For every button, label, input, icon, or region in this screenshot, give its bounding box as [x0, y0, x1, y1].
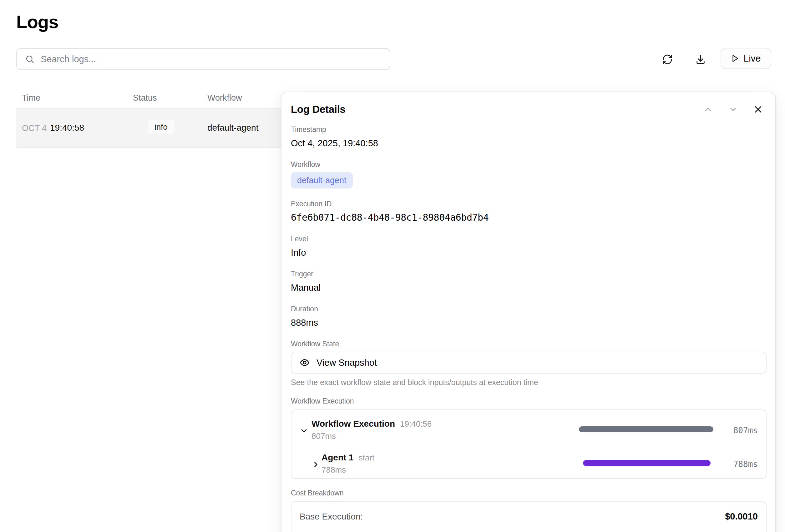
cost-row-label: Base Execution:: [300, 512, 363, 522]
execution-row-name: Workflow Execution: [311, 419, 395, 429]
duration-value: 888ms: [291, 317, 766, 328]
execution-id-label: Execution ID: [291, 199, 766, 209]
timestamp-field: Timestamp Oct 4, 2025, 19:40:58: [291, 125, 766, 149]
timestamp-value: Oct 4, 2025, 19:40:58: [291, 137, 766, 149]
execution-row-time: 19:40:56: [400, 419, 432, 429]
cost-breakdown-section: Cost Breakdown Base Execution: $0.0010 M…: [291, 488, 766, 532]
execution-row-text: Agent 1 start 788ms: [322, 453, 374, 475]
search-box: [16, 48, 390, 70]
eye-icon: [300, 357, 310, 368]
cost-row: Base Execution: $0.0010: [300, 511, 758, 522]
column-header-workflow: Workflow: [207, 93, 242, 103]
duration-label: Duration: [291, 304, 766, 314]
cost-row-value: $0.0010: [725, 511, 758, 522]
search-input[interactable]: [34, 49, 390, 70]
timeline-duration-label: 807ms: [733, 426, 758, 435]
page-title: Logs: [16, 11, 58, 32]
live-button-label: Live: [743, 53, 761, 64]
log-workflow: default-agent: [207, 123, 258, 133]
close-panel-button[interactable]: [753, 105, 763, 114]
table-header: Time Status Workflow: [16, 91, 281, 108]
workflow-field: Workflow default-agent: [291, 160, 766, 188]
level-value: Info: [291, 247, 766, 259]
execution-id-field: Execution ID 6fe6b071-dc88-4b48-98c1-898…: [291, 199, 766, 223]
chevron-up-icon: [703, 105, 713, 114]
view-snapshot-label: View Snapshot: [316, 357, 377, 368]
download-icon: [695, 54, 706, 65]
trigger-field: Trigger Manual: [291, 269, 766, 293]
duration-field: Duration 888ms: [291, 304, 766, 328]
log-time: 19:40:58: [50, 123, 84, 133]
execution-row-name: Agent 1: [322, 453, 354, 462]
logs-table: Time Status Workflow OCT 4 19:40:58 info…: [16, 91, 281, 148]
refresh-icon: [662, 54, 673, 65]
level-label: Level: [291, 234, 766, 243]
cost-breakdown-card: Base Execution: $0.0010 Model Input: $0.…: [291, 501, 766, 532]
timeline-bar: [583, 460, 711, 466]
collapse-row-button[interactable]: [300, 426, 308, 435]
level-field: Level Info: [291, 234, 766, 259]
chevron-down-icon: [300, 426, 308, 435]
log-details-panel: Log Details Timestamp Oct 4, 2025, 19:40…: [281, 91, 776, 532]
live-button[interactable]: Live: [720, 48, 771, 69]
refresh-button[interactable]: [660, 52, 675, 67]
panel-header: Log Details: [291, 103, 766, 115]
close-icon: [753, 105, 763, 114]
execution-row-agent[interactable]: Agent 1 start 788ms 788ms: [292, 445, 766, 479]
execution-row-tag: start: [359, 453, 375, 462]
column-header-status: Status: [133, 93, 157, 103]
previous-log-button[interactable]: [703, 105, 713, 114]
timeline-duration-label: 788ms: [733, 459, 758, 469]
cost-breakdown-label: Cost Breakdown: [291, 488, 766, 498]
log-date: OCT 4: [22, 124, 47, 133]
status-badge: info: [148, 120, 175, 134]
execution-row-text: Workflow Execution 19:40:56 807ms: [311, 419, 432, 441]
execution-row-workflow[interactable]: Workflow Execution 19:40:56 807ms 807ms: [292, 413, 766, 448]
snapshot-caption: See the exact workflow state and block i…: [291, 378, 766, 387]
search-icon: [25, 54, 34, 64]
execution-row-duration: 788ms: [322, 465, 374, 475]
view-snapshot-button[interactable]: View Snapshot: [291, 352, 766, 374]
workflow-badge[interactable]: default-agent: [291, 172, 353, 188]
workflow-execution-card: Workflow Execution 19:40:56 807ms 807ms: [291, 409, 766, 479]
logs-page: Logs Live Time Status Workflow OCT 4 19:…: [0, 0, 785, 532]
panel-title: Log Details: [291, 103, 346, 115]
workflow-execution-section: Workflow Execution Workflow Execution 19…: [291, 396, 766, 479]
chevron-down-icon: [728, 105, 738, 114]
expand-row-button[interactable]: [311, 460, 320, 469]
timestamp-label: Timestamp: [291, 125, 766, 134]
execution-row-duration: 807ms: [311, 431, 432, 441]
workflow-state-label: Workflow State: [291, 339, 766, 348]
next-log-button[interactable]: [728, 105, 738, 114]
workflow-label: Workflow: [291, 160, 766, 169]
execution-id-value: 6fe6b071-dc88-4b48-98c1-89804a6bd7b4: [291, 212, 766, 223]
download-button[interactable]: [693, 52, 708, 67]
trigger-label: Trigger: [291, 269, 766, 278]
column-header-time: Time: [22, 93, 40, 103]
trigger-value: Manual: [291, 282, 766, 293]
table-row[interactable]: OCT 4 19:40:58 info default-agent: [16, 108, 281, 148]
play-icon: [731, 54, 739, 62]
chevron-right-icon: [311, 460, 320, 469]
workflow-state-section: Workflow State View Snapshot See the exa…: [291, 339, 766, 387]
workflow-execution-label: Workflow Execution: [291, 396, 766, 406]
timeline-bar: [579, 426, 713, 432]
panel-actions: [703, 105, 763, 114]
